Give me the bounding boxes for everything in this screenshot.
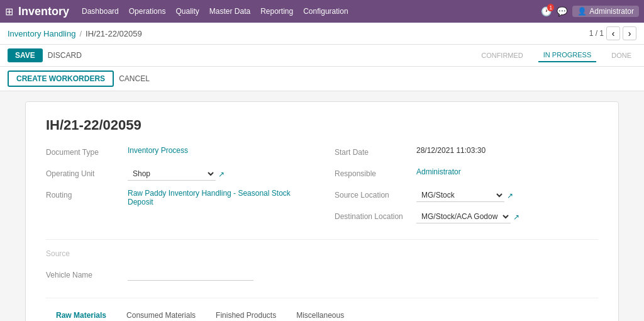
- source-location-wrapper: MG/Stock ↗: [416, 189, 513, 202]
- field-operating-unit: Operating Unit Shop ↗: [46, 167, 309, 184]
- status-confirmed: CONFIRMED: [476, 49, 528, 62]
- start-date-label: Start Date: [335, 146, 416, 157]
- document-title: IH/21-22/02059: [46, 117, 598, 133]
- responsible-value[interactable]: Administrator: [416, 167, 598, 176]
- vehicle-name-label: Vehicle Name: [46, 269, 128, 279]
- operating-unit-select[interactable]: Shop: [128, 167, 216, 181]
- nav-master-data[interactable]: Master Data: [209, 7, 250, 16]
- apps-icon[interactable]: ⊞: [5, 6, 13, 18]
- operating-unit-ext-icon[interactable]: ↗: [218, 170, 225, 179]
- top-navigation: ⊞ Inventory Dashboard Operations Quality…: [0, 0, 644, 23]
- nav-dashboard[interactable]: Dashboard: [82, 7, 119, 16]
- pagination: 1 / 1 ‹ ›: [589, 26, 636, 40]
- destination-location-label: Destination Location: [335, 210, 416, 221]
- source-label: Source: [46, 247, 128, 258]
- save-button[interactable]: SAVE: [8, 48, 43, 62]
- field-start-date: Start Date 28/12/2021 11:03:30: [335, 146, 598, 162]
- action-bar-top: SAVE DISCARD CONFIRMED IN PROGRESS DONE: [0, 45, 644, 67]
- field-source-location: Source Location MG/Stock ↗: [335, 189, 598, 205]
- form-card: IH/21-22/02059 Document Type Inventory P…: [25, 101, 619, 321]
- nav-configuration[interactable]: Configuration: [303, 7, 348, 16]
- form-section-top: Document Type Inventory Process Operatin…: [46, 146, 598, 232]
- form-col-left: Document Type Inventory Process Operatin…: [46, 146, 309, 232]
- right-icons: 🕐1 💬 👤 Administrator: [541, 6, 639, 17]
- cancel-button[interactable]: CANCEL: [119, 74, 150, 83]
- source-col-left: Source Vehicle Name: [46, 247, 598, 290]
- vehicle-name-input[interactable]: [128, 269, 253, 281]
- next-page-button[interactable]: ›: [623, 26, 636, 40]
- discard-button[interactable]: DISCARD: [48, 51, 82, 60]
- source-location-select[interactable]: MG/Stock: [416, 189, 504, 202]
- destination-location-select[interactable]: MG/Stock/ACA Godown/ACA-1 Godc...: [416, 210, 511, 223]
- field-vehicle-name: Vehicle Name: [46, 269, 598, 285]
- status-in-progress: IN PROGRESS: [538, 48, 596, 62]
- breadcrumb-bar: Inventory Handling / IH/21-22/02059 1 / …: [0, 23, 644, 45]
- pagination-text: 1 / 1: [589, 29, 604, 38]
- routing-label: Routing: [46, 189, 128, 200]
- create-workorders-button[interactable]: CREATE WORKORDERS: [8, 70, 114, 87]
- start-date-value: 28/12/2021 11:03:30: [416, 146, 598, 155]
- breadcrumb-parent[interactable]: Inventory Handling: [8, 29, 75, 38]
- operating-unit-label: Operating Unit: [46, 167, 128, 178]
- status-done: DONE: [606, 49, 636, 62]
- routing-value[interactable]: Raw Paddy Inventory Handling - Seasonal …: [128, 189, 309, 206]
- field-source: Source: [46, 247, 598, 264]
- operating-unit-wrapper: Shop ↗: [128, 167, 225, 181]
- breadcrumb: Inventory Handling / IH/21-22/02059: [8, 29, 142, 38]
- tab-bar: Raw Materials Consumed Materials Finishe…: [46, 306, 598, 321]
- field-destination-location: Destination Location MG/Stock/ACA Godown…: [335, 210, 598, 227]
- status-bar: CONFIRMED IN PROGRESS DONE: [476, 48, 636, 62]
- prev-page-button[interactable]: ‹: [606, 26, 620, 40]
- tab-finished-products[interactable]: Finished Products: [206, 306, 286, 321]
- nav-reporting[interactable]: Reporting: [260, 7, 293, 16]
- tab-miscellaneous[interactable]: Miscellaneous: [286, 306, 354, 321]
- action-bar-bottom: CREATE WORKORDERS CANCEL: [0, 67, 644, 91]
- field-routing: Routing Raw Paddy Inventory Handling - S…: [46, 189, 309, 206]
- document-type-value[interactable]: Inventory Process: [128, 146, 309, 155]
- main-content: IH/21-22/02059 Document Type Inventory P…: [0, 91, 644, 321]
- field-document-type: Document Type Inventory Process: [46, 146, 309, 162]
- nav-operations[interactable]: Operations: [129, 7, 166, 16]
- divider-2: [46, 298, 598, 298]
- source-location-ext-icon[interactable]: ↗: [507, 191, 513, 200]
- breadcrumb-current: IH/21-22/02059: [86, 29, 142, 38]
- destination-location-wrapper: MG/Stock/ACA Godown/ACA-1 Godc... ↗: [416, 210, 519, 223]
- chat-icon[interactable]: 💬: [557, 6, 567, 16]
- notification-icon[interactable]: 🕐1: [541, 6, 552, 16]
- breadcrumb-sep: /: [79, 29, 82, 38]
- tab-raw-materials[interactable]: Raw Materials: [46, 306, 116, 321]
- responsible-label: Responsible: [335, 167, 416, 178]
- document-type-label: Document Type: [46, 146, 128, 157]
- destination-location-ext-icon[interactable]: ↗: [513, 213, 519, 222]
- nav-quality[interactable]: Quality: [175, 7, 199, 16]
- source-location-label: Source Location: [335, 189, 416, 200]
- nav-menu: Dashboard Operations Quality Master Data…: [82, 7, 541, 16]
- field-responsible: Responsible Administrator: [335, 167, 598, 184]
- brand-title: Inventory: [18, 5, 69, 18]
- user-menu[interactable]: 👤 Administrator: [572, 6, 639, 17]
- tab-consumed-materials[interactable]: Consumed Materials: [116, 306, 206, 321]
- divider-1: [46, 239, 598, 240]
- source-section: Source Vehicle Name: [46, 247, 598, 290]
- form-col-right: Start Date 28/12/2021 11:03:30 Responsib…: [335, 146, 598, 232]
